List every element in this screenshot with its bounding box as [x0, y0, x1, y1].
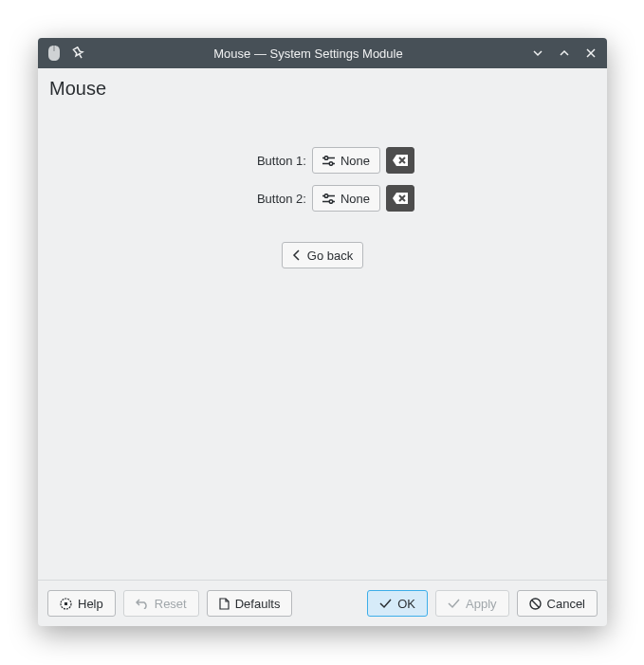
- button2-shortcut-button[interactable]: None: [312, 185, 380, 212]
- window-title: Mouse — System Settings Module: [95, 46, 522, 61]
- window-controls: [529, 45, 599, 62]
- button2-label: Button 2:: [230, 192, 306, 206]
- undo-icon: [136, 598, 149, 609]
- cancel-label: Cancel: [547, 597, 585, 611]
- cancel-icon: [529, 598, 542, 610]
- goback-button[interactable]: Go back: [282, 242, 363, 268]
- goback-row: Go back: [282, 242, 363, 268]
- pin-icon[interactable]: [70, 45, 87, 62]
- button2-shortcut-value: None: [340, 192, 370, 206]
- sliders-icon: [322, 156, 335, 166]
- button1-clear-button[interactable]: [386, 147, 414, 174]
- button1-label: Button 1:: [230, 154, 306, 168]
- svg-line-12: [531, 600, 539, 607]
- apply-button: Apply: [435, 590, 509, 617]
- titlebar: Mouse — System Settings Module: [38, 38, 607, 68]
- minimize-icon[interactable]: [529, 45, 546, 62]
- reset-label: Reset: [155, 597, 187, 611]
- page-title: Mouse: [49, 78, 596, 100]
- check-icon: [448, 599, 460, 609]
- settings-window: Mouse — System Settings Module Mouse But…: [38, 38, 607, 626]
- svg-point-8: [329, 199, 333, 203]
- svg-rect-10: [64, 602, 67, 605]
- clear-icon: [393, 193, 408, 204]
- ok-button[interactable]: OK: [367, 590, 428, 617]
- page-header: Mouse: [38, 68, 607, 100]
- sliders-icon: [322, 194, 335, 204]
- button2-clear-button[interactable]: [386, 185, 414, 212]
- goback-label: Go back: [307, 249, 353, 263]
- spacer: [300, 590, 359, 617]
- button2-row: Button 2: None: [230, 185, 414, 212]
- help-button[interactable]: Help: [47, 590, 116, 617]
- document-icon: [219, 598, 230, 610]
- button1-shortcut-value: None: [340, 154, 370, 168]
- check-icon: [379, 599, 392, 609]
- close-icon[interactable]: [582, 45, 599, 62]
- dialog-button-bar: Help Reset Defaults OK: [38, 580, 607, 626]
- svg-point-2: [324, 156, 328, 159]
- defaults-label: Defaults: [235, 597, 281, 611]
- mouse-app-icon: [46, 45, 63, 62]
- help-icon: [60, 598, 72, 610]
- svg-point-4: [329, 161, 333, 165]
- chevron-left-icon: [292, 249, 302, 261]
- help-label: Help: [78, 597, 103, 611]
- ok-label: OK: [397, 597, 415, 611]
- button1-row: Button 1: None: [230, 147, 414, 174]
- button1-shortcut-button[interactable]: None: [312, 147, 380, 174]
- defaults-button[interactable]: Defaults: [207, 590, 293, 617]
- reset-button: Reset: [123, 590, 199, 617]
- clear-icon: [393, 155, 408, 166]
- apply-label: Apply: [466, 597, 497, 611]
- cancel-button[interactable]: Cancel: [517, 590, 598, 617]
- main-content: Button 1: None: [38, 100, 607, 580]
- maximize-icon[interactable]: [556, 45, 573, 62]
- svg-point-6: [324, 194, 328, 197]
